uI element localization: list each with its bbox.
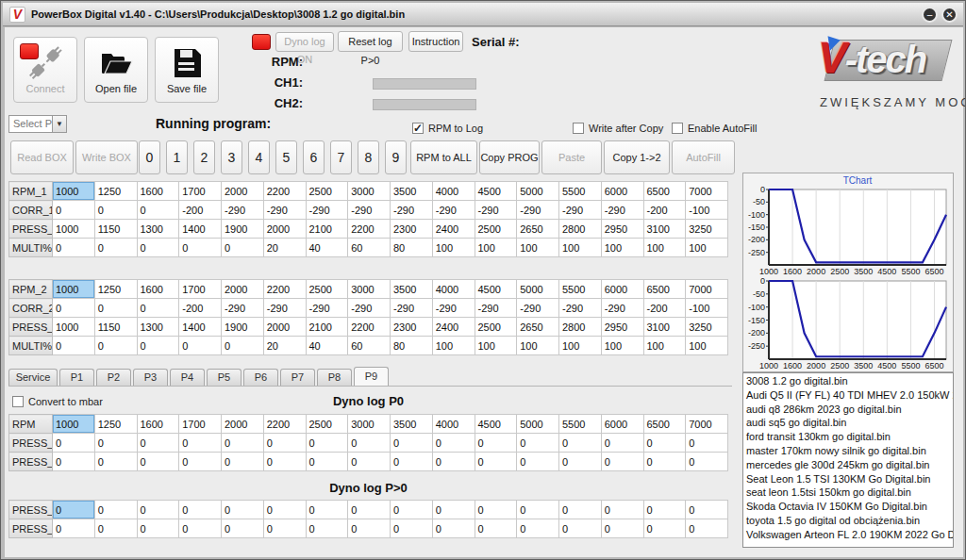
cell-corr_2-5[interactable]: -290 bbox=[263, 299, 306, 318]
cell-press_1-4[interactable]: 0 bbox=[222, 434, 264, 453]
cell-corr_1-0[interactable]: 0 bbox=[53, 201, 95, 220]
file-list-item[interactable]: master 170km nowy silnik go digital.bin bbox=[746, 444, 953, 458]
cell-corr_2-6[interactable]: -290 bbox=[306, 299, 348, 318]
cell-rpm-1[interactable]: 1250 bbox=[94, 415, 137, 434]
cell-press_1-10[interactable]: 0 bbox=[475, 434, 517, 453]
tab-p5[interactable]: P5 bbox=[207, 369, 242, 386]
cell-rpm_1-0[interactable]: 1000 bbox=[53, 182, 95, 201]
cell-press_2-0[interactable]: 1000 bbox=[53, 318, 95, 337]
cell-corr_2-15[interactable]: -100 bbox=[686, 299, 728, 318]
cell-multi-8[interactable]: 80 bbox=[391, 337, 433, 355]
cell-press_1-0[interactable]: 0 bbox=[53, 501, 95, 519]
cell-rpm_2-5[interactable]: 2200 bbox=[263, 280, 306, 299]
prog-digit-9-button[interactable]: 9 bbox=[385, 140, 407, 174]
cell-press_1-3[interactable]: 0 bbox=[179, 434, 222, 453]
cell-press_2-1[interactable]: 0 bbox=[94, 453, 137, 471]
cell-press_2-4[interactable]: 0 bbox=[222, 519, 264, 538]
cell-press_1-9[interactable]: 2400 bbox=[432, 220, 475, 239]
cell-rpm_1-15[interactable]: 7000 bbox=[686, 182, 728, 201]
cell-rpm-10[interactable]: 4500 bbox=[475, 415, 517, 434]
cell-press_2-9[interactable]: 2400 bbox=[432, 318, 475, 337]
cell-multi-13[interactable]: 100 bbox=[601, 239, 643, 257]
tab-p8[interactable]: P8 bbox=[317, 369, 352, 386]
instruction-button[interactable]: Instruction bbox=[408, 31, 463, 52]
file-list-item[interactable]: audi q8 286km 2023 go digital.bin bbox=[746, 403, 953, 417]
cell-press_1-4[interactable]: 1900 bbox=[222, 220, 264, 239]
cell-rpm-5[interactable]: 2200 bbox=[263, 415, 306, 434]
cell-press_2-1[interactable]: 0 bbox=[94, 519, 137, 538]
cell-rpm_1-6[interactable]: 2500 bbox=[306, 182, 348, 201]
cell-multi-9[interactable]: 100 bbox=[432, 337, 475, 355]
cell-multi-14[interactable]: 100 bbox=[643, 337, 686, 355]
cell-rpm_2-12[interactable]: 5500 bbox=[559, 280, 602, 299]
file-list-item[interactable]: 3008 1.2 go digital.bin bbox=[746, 374, 953, 388]
cell-press_1-14[interactable]: 3100 bbox=[643, 220, 686, 239]
cell-multi-1[interactable]: 0 bbox=[94, 337, 137, 355]
cell-press_1-8[interactable]: 0 bbox=[391, 501, 433, 519]
cell-rpm_2-13[interactable]: 6000 bbox=[601, 280, 643, 299]
cell-press_2-9[interactable]: 0 bbox=[432, 453, 475, 471]
cell-multi-3[interactable]: 0 bbox=[179, 337, 222, 355]
cell-multi-15[interactable]: 100 bbox=[686, 239, 728, 257]
cell-corr_1-3[interactable]: -200 bbox=[179, 201, 222, 220]
cell-press_1-11[interactable]: 0 bbox=[517, 501, 559, 519]
paste-prog-button[interactable]: Paste PROG bbox=[541, 140, 602, 174]
minimize-button[interactable]: – bbox=[922, 7, 938, 23]
cell-corr_2-8[interactable]: -290 bbox=[391, 299, 433, 318]
cell-press_2-7[interactable]: 0 bbox=[348, 519, 391, 538]
prog-digit-7-button[interactable]: 7 bbox=[330, 140, 352, 174]
cell-multi-10[interactable]: 100 bbox=[475, 337, 517, 355]
cell-press_1-0[interactable]: 0 bbox=[53, 434, 95, 453]
cell-rpm_2-1[interactable]: 1250 bbox=[94, 280, 137, 299]
cell-rpm_2-10[interactable]: 4500 bbox=[475, 280, 517, 299]
tab-p6[interactable]: P6 bbox=[243, 369, 278, 386]
cell-press_1-3[interactable]: 1400 bbox=[179, 220, 222, 239]
cell-rpm-4[interactable]: 2000 bbox=[222, 415, 264, 434]
cell-press_2-15[interactable]: 0 bbox=[686, 519, 728, 538]
cell-press_1-15[interactable]: 0 bbox=[686, 434, 728, 453]
cell-multi-3[interactable]: 0 bbox=[179, 239, 222, 257]
cell-corr_1-6[interactable]: -290 bbox=[306, 201, 348, 220]
cell-press_2-12[interactable]: 2800 bbox=[559, 318, 602, 337]
cell-corr_2-14[interactable]: -200 bbox=[643, 299, 686, 318]
cell-press_2-4[interactable]: 0 bbox=[222, 453, 264, 471]
cell-corr_1-12[interactable]: -290 bbox=[559, 201, 602, 220]
cell-corr_1-13[interactable]: -290 bbox=[601, 201, 643, 220]
cell-press_1-14[interactable]: 0 bbox=[643, 501, 686, 519]
cell-press_1-6[interactable]: 0 bbox=[306, 434, 348, 453]
file-list-item[interactable]: toyota 1.5 go digital od obciążenia.bin bbox=[746, 514, 953, 528]
cell-press_1-13[interactable]: 2950 bbox=[601, 220, 643, 239]
tab-p7[interactable]: P7 bbox=[280, 369, 315, 386]
cell-rpm_2-2[interactable]: 1600 bbox=[137, 280, 179, 299]
cell-press_2-3[interactable]: 1400 bbox=[179, 318, 222, 337]
cell-press_1-7[interactable]: 0 bbox=[348, 501, 391, 519]
cell-press_2-14[interactable]: 0 bbox=[643, 453, 686, 471]
cell-multi-8[interactable]: 80 bbox=[391, 239, 433, 257]
cell-corr_1-11[interactable]: -290 bbox=[517, 201, 559, 220]
cell-rpm_1-14[interactable]: 6500 bbox=[643, 182, 686, 201]
tab-p9[interactable]: P9 bbox=[354, 367, 389, 386]
cell-multi-14[interactable]: 100 bbox=[643, 239, 686, 257]
cell-multi-2[interactable]: 0 bbox=[137, 337, 179, 355]
prog-digit-6-button[interactable]: 6 bbox=[303, 140, 325, 174]
cell-rpm_2-0[interactable]: 1000 bbox=[53, 280, 95, 299]
tab-p2[interactable]: P2 bbox=[96, 369, 131, 386]
cell-press_2-9[interactable]: 0 bbox=[432, 519, 475, 538]
cell-rpm_2-11[interactable]: 5000 bbox=[517, 280, 559, 299]
cell-press_2-0[interactable]: 0 bbox=[53, 453, 95, 471]
file-list-item[interactable]: seat leon 1.5tsi 150km go digital.bin bbox=[746, 486, 953, 500]
cell-rpm_1-10[interactable]: 4500 bbox=[475, 182, 517, 201]
cell-multi-7[interactable]: 60 bbox=[348, 239, 391, 257]
cell-press_2-11[interactable]: 2650 bbox=[517, 318, 559, 337]
connect-button[interactable]: Connect bbox=[13, 37, 77, 103]
cell-press_1-7[interactable]: 0 bbox=[348, 434, 391, 453]
cell-press_2-2[interactable]: 1300 bbox=[137, 318, 179, 337]
cell-press_1-11[interactable]: 2650 bbox=[517, 220, 559, 239]
cell-multi-11[interactable]: 100 bbox=[517, 337, 559, 355]
cell-press_1-2[interactable]: 0 bbox=[137, 434, 179, 453]
cell-press_2-8[interactable]: 0 bbox=[391, 453, 433, 471]
cell-rpm_1-13[interactable]: 6000 bbox=[601, 182, 643, 201]
cell-rpm_1-7[interactable]: 3000 bbox=[348, 182, 391, 201]
cell-corr_2-3[interactable]: -200 bbox=[179, 299, 222, 318]
cell-press_2-11[interactable]: 0 bbox=[517, 453, 559, 471]
